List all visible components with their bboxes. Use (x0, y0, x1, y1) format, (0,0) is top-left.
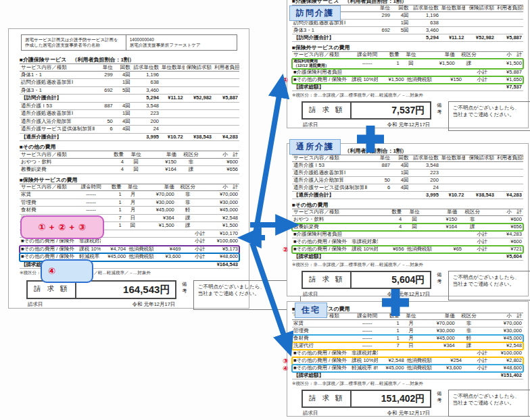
remarks-label: 備考 (182, 281, 191, 310)
outside-service-table: 通院利用費用 （12/12 通院費用）------1回¥1,500課¥1,500 (292, 59, 523, 69)
table-cell: 【請求総額】 (292, 373, 378, 378)
table-cell: ------ (352, 61, 382, 66)
table-cell: ¥164 (147, 167, 178, 172)
table-cell: ¥656 (486, 224, 523, 230)
table-row: 身体1・12994回1,196 (20, 72, 239, 80)
table-cell: 日 (401, 343, 422, 348)
billed-amount-box: 請 求 額 5,604円 (302, 271, 431, 289)
table-cell: ¥45,000 (378, 365, 406, 371)
billed-amount-value: 151,402円 (352, 391, 430, 406)
table-cell: ¥4,283 (213, 134, 239, 140)
table-cell: ------ (352, 321, 382, 326)
table-cell: 教養娯楽費 (292, 224, 385, 230)
billed-amount-value: 164,543円 (76, 282, 175, 298)
remarks-label: 備考 (437, 271, 445, 300)
panel-tag-day-care: 通所介護 (289, 139, 341, 155)
section-title-insurance: ■介護保険サービス （利用者負担割合：1割） (20, 56, 239, 63)
billing-date-value: 令和 元年12月17日 (132, 301, 176, 308)
table-cell: 単価 (421, 313, 456, 319)
table-cell: ¥656 (378, 246, 406, 252)
table-row: サービス内容／種類課金時間数量単位単価税区分小 計 (20, 184, 239, 192)
table-cell: ■介護保険利用者負担 (292, 232, 378, 237)
table-row: サービス内容／種類課金時間数量単位単価税区分小 計 (292, 51, 523, 59)
table-cell: 回数 (391, 155, 410, 161)
table-cell: 他消費税額 (406, 77, 440, 82)
table-cell: 1 (382, 336, 400, 341)
table-cell: 数量 (382, 313, 400, 319)
table-cell: 非 (176, 200, 200, 205)
billing-area: 請 求 額 151,402円 請求日 令和 元年12月17日 備考 ご不明点がご… (292, 390, 523, 417)
table-row: ■その他の費用 / 保険外 非課税対象額小計¥100,000 (292, 350, 523, 357)
table-cell: ------ (77, 200, 105, 205)
billed-amount-block: 請 求 額 151,402円 請求日 令和 元年12月17日 (302, 390, 431, 417)
care-plan-provider-box: 居宅サービス計画又は介護予防サービス計画を 作成した居宅介護支援事業者等の名称 … (21, 34, 237, 51)
billed-amount-label: 請 求 額 (303, 391, 352, 406)
table-cell: ¥4,283 (496, 192, 523, 198)
table-cell: 数量 (107, 152, 125, 157)
table-cell: 小 計 (486, 209, 523, 215)
table-cell: 小 計 (481, 313, 523, 319)
remarks-text: ご不明点がございましたら、 当社までご連絡ください。 (193, 280, 302, 310)
table-cell: 通所介護処遇改善加算Ⅰ (292, 170, 375, 176)
table-cell: 単価 (421, 52, 456, 57)
other-cost-table: おやつ・飲料4回¥150非¥600教養娯楽費4回¥164課¥656 (292, 216, 523, 231)
table-row: 通所介護入浴介助加算504回200 (20, 118, 239, 126)
table-cell: ¥1,500 (200, 223, 240, 228)
table-cell: ¥38,543 (465, 192, 495, 198)
table-cell: ¥150 (147, 159, 178, 165)
table-cell: ¥5,887 (213, 95, 239, 101)
billed-amount-label: 請 求 額 (303, 103, 352, 118)
table-cell: 5回 (391, 28, 410, 33)
tax-category-note: ※税区分：非…非課税／課…標準税率／軽…軽減税率／－…対象外 (292, 381, 523, 387)
table-cell: 保険請求額 (465, 155, 495, 161)
table-cell: 単位 (401, 52, 422, 57)
table-cell: ¥65 (440, 246, 463, 252)
summary-table: ■介護保険利用者負担小計¥5,887①■その他の費用 / 保険外 課税 10%対… (292, 69, 523, 91)
table-cell: ¥70,000 (481, 321, 523, 326)
table-cell: 小計 (463, 365, 489, 371)
outside-service-table-header: サービス内容／種類課金時間数量単位単価税区分小 計 (292, 51, 523, 59)
billed-amount-value: 7,537円 (352, 103, 430, 118)
table-cell: 4 (385, 224, 403, 230)
table-cell: 税区分 (176, 184, 200, 190)
table-row: サービス内容／種類数量単位単価税区分小 計 (292, 209, 523, 216)
table-cell: ¥254 (440, 358, 463, 363)
table-cell: 200 (132, 119, 160, 124)
table-cell: 身体3・1 (292, 28, 375, 33)
table-cell: 1回 (391, 170, 410, 176)
table-row: ③■その他の費用 / 保険外 課税 10%対象額¥2,548他消費税額¥254小… (292, 357, 523, 365)
table-cell: 数量 (385, 209, 403, 215)
table-row: サービス内容／種類単位回数請求単位数単位数単価保険請求額利用者負担額 (20, 63, 239, 72)
table-cell: サービス内容／種類 (20, 65, 99, 70)
billed-amount-box: 請 求 額 151,402円 (302, 390, 431, 408)
table-cell: おやつ・飲料 (292, 217, 385, 222)
table-cell: 【訪問介護合計】 (20, 95, 99, 101)
table-row: おやつ・飲料4回¥150非¥600 (292, 216, 523, 224)
table-cell: ¥600 (204, 159, 239, 165)
table-cell: ¥10.72 (440, 192, 466, 198)
table-cell: サービス内容／種類 (292, 155, 375, 161)
table-cell: 月 (123, 200, 143, 205)
remarks-block: 備考 ご不明点がございましたら、 当社までご連絡ください。 (437, 271, 530, 300)
insurance-table-header: サービス内容／種類単位回数請求単位数単位数単価保険請求額利用者負担額 (20, 63, 239, 72)
table-cell: 7 (382, 343, 400, 348)
table-cell: ¥45,000 (101, 254, 127, 259)
remarks-block: 備考 ご不明点がございましたら、 当社までご連絡ください。 (437, 390, 530, 417)
table-cell: ¥2,802 (489, 358, 523, 363)
table-cell: 単位 (123, 184, 143, 190)
table-cell: ¥48,600 (206, 254, 239, 259)
table-row: おやつ・飲料4回¥150非¥600 (20, 159, 239, 167)
table-cell: 3,995 (132, 134, 160, 140)
table-cell: ------ (352, 328, 382, 334)
remarks-text: ご不明点がございましたら、 当社までご連絡ください。 (448, 101, 530, 131)
table-cell: ¥11.12 (440, 35, 466, 41)
table-cell: サービス内容／種類 (20, 184, 77, 190)
table-cell: 月 (401, 328, 422, 334)
table-cell: 家賃 (292, 321, 352, 326)
table-row: 身体3・16925回3,460 (292, 27, 523, 34)
section-title-other: ■その他の費用 (20, 143, 239, 151)
table-cell: 他消費税額 (406, 365, 440, 371)
table-row: 【請求総額】¥5,604 (292, 253, 523, 261)
table-row: ①■その他の費用 / 保険外 課税 10%対象額¥1,500他消費税額¥150小… (292, 76, 523, 84)
table-cell: ¥4,283 (489, 232, 523, 237)
